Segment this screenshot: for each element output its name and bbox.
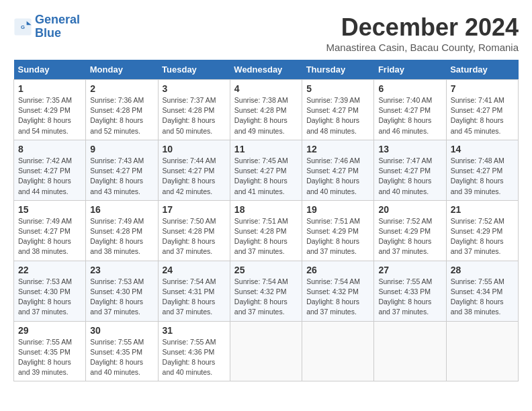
day-cell: 15 Sunrise: 7:49 AMSunset: 4:27 PMDaylig… [14,200,86,261]
day-number: 31 [163,325,226,336]
day-number: 21 [451,204,514,215]
day-cell: 31 Sunrise: 7:55 AMSunset: 4:36 PMDaylig… [158,321,230,381]
week-row-4: 22 Sunrise: 7:53 AMSunset: 4:30 PMDaylig… [14,261,519,321]
day-number: 8 [18,144,81,154]
header-cell-friday: Friday [374,60,446,80]
day-info: Sunrise: 7:42 AMSunset: 4:27 PMDaylight:… [18,156,72,195]
header: G General Blue December 2024 Manastirea … [13,13,519,53]
day-number: 14 [451,144,514,154]
day-info: Sunrise: 7:40 AMSunset: 4:27 PMDaylight:… [378,96,432,135]
svg-text:G: G [21,24,25,30]
day-info: Sunrise: 7:55 AMSunset: 4:35 PMDaylight:… [18,338,72,377]
day-cell: 17 Sunrise: 7:50 AMSunset: 4:28 PMDaylig… [158,200,230,261]
day-cell: 25 Sunrise: 7:54 AMSunset: 4:32 PMDaylig… [230,261,302,321]
day-cell: 7 Sunrise: 7:41 AMSunset: 4:27 PMDayligh… [446,80,518,140]
day-number: 29 [18,325,81,336]
day-info: Sunrise: 7:49 AMSunset: 4:27 PMDaylight:… [18,217,72,256]
day-cell: 26 Sunrise: 7:54 AMSunset: 4:32 PMDaylig… [302,261,374,321]
logo-icon: G [13,17,32,36]
day-info: Sunrise: 7:54 AMSunset: 4:31 PMDaylight:… [163,277,216,316]
day-info: Sunrise: 7:49 AMSunset: 4:28 PMDaylight:… [90,217,144,256]
day-info: Sunrise: 7:46 AMSunset: 4:27 PMDaylight:… [306,156,360,195]
day-number: 3 [163,83,226,94]
logo-text: General Blue [35,13,80,40]
header-cell-sunday: Sunday [14,60,86,80]
day-info: Sunrise: 7:39 AMSunset: 4:27 PMDaylight:… [306,96,360,135]
day-cell: 18 Sunrise: 7:51 AMSunset: 4:28 PMDaylig… [230,200,302,261]
day-info: Sunrise: 7:53 AMSunset: 4:30 PMDaylight:… [18,277,72,316]
day-info: Sunrise: 7:55 AMSunset: 4:33 PMDaylight:… [378,277,432,316]
day-cell: 27 Sunrise: 7:55 AMSunset: 4:33 PMDaylig… [374,261,446,321]
title-area: December 2024 Manastirea Casin, Bacau Co… [326,13,519,53]
day-number: 9 [90,144,153,154]
day-info: Sunrise: 7:44 AMSunset: 4:27 PMDaylight:… [163,156,216,195]
day-cell: 24 Sunrise: 7:54 AMSunset: 4:31 PMDaylig… [158,261,230,321]
day-number: 1 [18,83,81,94]
day-info: Sunrise: 7:55 AMSunset: 4:36 PMDaylight:… [163,338,216,377]
day-number: 12 [306,144,369,154]
day-number: 26 [306,265,369,275]
day-number: 25 [234,265,298,275]
header-cell-monday: Monday [86,60,158,80]
day-cell: 16 Sunrise: 7:49 AMSunset: 4:28 PMDaylig… [86,200,158,261]
day-info: Sunrise: 7:51 AMSunset: 4:29 PMDaylight:… [306,217,360,256]
day-cell: 13 Sunrise: 7:47 AMSunset: 4:27 PMDaylig… [374,140,446,200]
day-info: Sunrise: 7:35 AMSunset: 4:29 PMDaylight:… [18,96,72,135]
day-number: 18 [234,204,298,215]
day-cell: 8 Sunrise: 7:42 AMSunset: 4:27 PMDayligh… [14,140,86,200]
day-cell: 30 Sunrise: 7:55 AMSunset: 4:35 PMDaylig… [86,321,158,381]
day-number: 5 [306,83,369,94]
header-cell-wednesday: Wednesday [230,60,302,80]
day-info: Sunrise: 7:37 AMSunset: 4:28 PMDaylight:… [163,96,216,135]
day-cell: 3 Sunrise: 7:37 AMSunset: 4:28 PMDayligh… [158,80,230,140]
day-cell: 4 Sunrise: 7:38 AMSunset: 4:28 PMDayligh… [230,80,302,140]
day-cell: 19 Sunrise: 7:51 AMSunset: 4:29 PMDaylig… [302,200,374,261]
day-number: 20 [378,204,441,215]
logo-line2: Blue [35,26,61,40]
header-cell-thursday: Thursday [302,60,374,80]
day-cell: 23 Sunrise: 7:53 AMSunset: 4:30 PMDaylig… [86,261,158,321]
day-info: Sunrise: 7:53 AMSunset: 4:30 PMDaylight:… [90,277,144,316]
day-number: 4 [234,83,298,94]
day-number: 6 [378,83,441,94]
day-info: Sunrise: 7:41 AMSunset: 4:27 PMDaylight:… [451,96,504,135]
day-number: 16 [90,204,153,215]
day-number: 23 [90,265,153,275]
day-cell: 28 Sunrise: 7:55 AMSunset: 4:34 PMDaylig… [446,261,518,321]
day-info: Sunrise: 7:55 AMSunset: 4:34 PMDaylight:… [451,277,504,316]
calendar-table: SundayMondayTuesdayWednesdayThursdayFrid… [13,60,519,381]
day-cell [374,321,446,381]
day-info: Sunrise: 7:50 AMSunset: 4:28 PMDaylight:… [163,217,216,256]
day-info: Sunrise: 7:51 AMSunset: 4:28 PMDaylight:… [234,217,288,256]
day-number: 28 [451,265,514,275]
day-info: Sunrise: 7:48 AMSunset: 4:27 PMDaylight:… [451,156,504,195]
day-cell: 21 Sunrise: 7:52 AMSunset: 4:29 PMDaylig… [446,200,518,261]
header-cell-tuesday: Tuesday [158,60,230,80]
day-info: Sunrise: 7:36 AMSunset: 4:28 PMDaylight:… [90,96,144,135]
week-row-1: 1 Sunrise: 7:35 AMSunset: 4:29 PMDayligh… [14,80,519,140]
day-info: Sunrise: 7:38 AMSunset: 4:28 PMDaylight:… [234,96,288,135]
day-cell: 20 Sunrise: 7:52 AMSunset: 4:29 PMDaylig… [374,200,446,261]
day-cell [302,321,374,381]
day-info: Sunrise: 7:55 AMSunset: 4:35 PMDaylight:… [90,338,144,377]
header-cell-saturday: Saturday [446,60,518,80]
logo: G General Blue [13,13,80,40]
day-info: Sunrise: 7:43 AMSunset: 4:27 PMDaylight:… [90,156,144,195]
day-cell: 12 Sunrise: 7:46 AMSunset: 4:27 PMDaylig… [302,140,374,200]
day-cell: 2 Sunrise: 7:36 AMSunset: 4:28 PMDayligh… [86,80,158,140]
day-number: 7 [451,83,514,94]
day-number: 19 [306,204,369,215]
day-cell: 29 Sunrise: 7:55 AMSunset: 4:35 PMDaylig… [14,321,86,381]
day-number: 17 [163,204,226,215]
day-info: Sunrise: 7:54 AMSunset: 4:32 PMDaylight:… [306,277,360,316]
week-row-3: 15 Sunrise: 7:49 AMSunset: 4:27 PMDaylig… [14,200,519,261]
week-row-5: 29 Sunrise: 7:55 AMSunset: 4:35 PMDaylig… [14,321,519,381]
day-cell: 6 Sunrise: 7:40 AMSunset: 4:27 PMDayligh… [374,80,446,140]
day-info: Sunrise: 7:45 AMSunset: 4:27 PMDaylight:… [234,156,288,195]
day-number: 13 [378,144,441,154]
day-cell: 22 Sunrise: 7:53 AMSunset: 4:30 PMDaylig… [14,261,86,321]
subtitle: Manastirea Casin, Bacau County, Romania [326,42,519,53]
day-info: Sunrise: 7:47 AMSunset: 4:27 PMDaylight:… [378,156,432,195]
day-number: 24 [163,265,226,275]
header-row: SundayMondayTuesdayWednesdayThursdayFrid… [14,60,519,80]
